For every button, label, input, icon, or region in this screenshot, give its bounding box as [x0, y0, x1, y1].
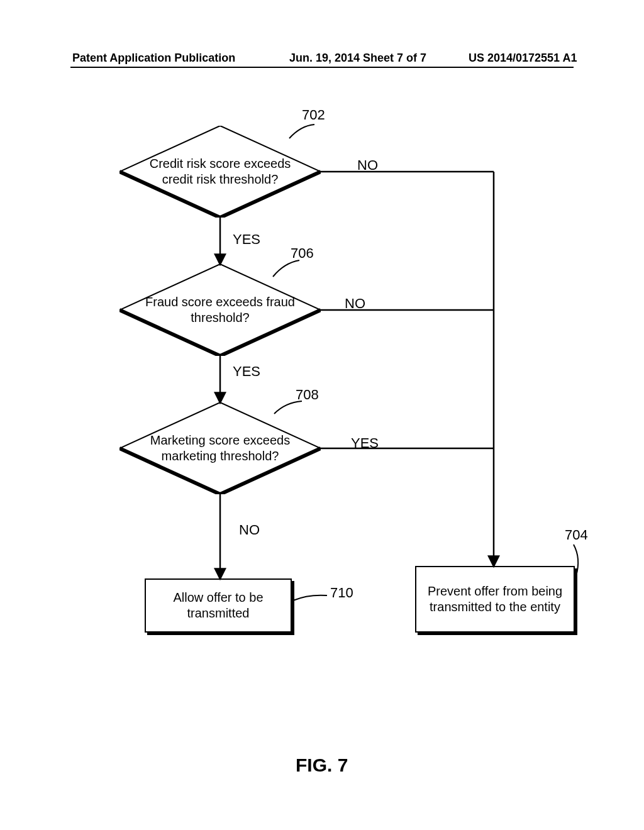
edge-708-yes: YES [351, 435, 379, 451]
process-710-text: Allow offer to be transmitted [146, 590, 291, 621]
ref-704: 704 [565, 527, 588, 543]
ref-702: 702 [302, 107, 325, 123]
process-704-text: Prevent offer from being transmitted to … [416, 584, 574, 615]
flow-connectors [0, 0, 644, 830]
decision-702: Credit risk score exceeds credit risk th… [119, 126, 321, 218]
decision-706-text: Fraud score exceeds fraud threshold? [119, 264, 321, 356]
ref-710: 710 [330, 585, 353, 601]
process-710: Allow offer to be transmitted [145, 578, 292, 633]
decision-702-text: Credit risk score exceeds credit risk th… [119, 126, 321, 218]
decision-706: Fraud score exceeds fraud threshold? [119, 264, 321, 356]
hdr-date-sheet: Jun. 19, 2014 Sheet 7 of 7 [289, 52, 426, 65]
edge-702-yes: YES [233, 231, 260, 248]
hdr-rule [70, 67, 574, 68]
hdr-publication: Patent Application Publication [72, 52, 235, 65]
decision-708: Marketing score exceeds marketing thresh… [119, 402, 321, 494]
edge-702-no: NO [357, 157, 378, 174]
figure-caption: FIG. 7 [296, 755, 348, 776]
ref-708: 708 [296, 387, 319, 403]
decision-708-text: Marketing score exceeds marketing thresh… [119, 402, 321, 494]
edge-706-no: NO [345, 296, 365, 312]
process-704: Prevent offer from being transmitted to … [415, 566, 575, 633]
page: Patent Application Publication Jun. 19, … [0, 0, 644, 830]
edge-706-yes: YES [233, 363, 260, 380]
edge-708-no: NO [239, 522, 260, 538]
ref-706: 706 [291, 245, 314, 262]
hdr-pubnumber: US 2014/0172551 A1 [469, 52, 577, 65]
